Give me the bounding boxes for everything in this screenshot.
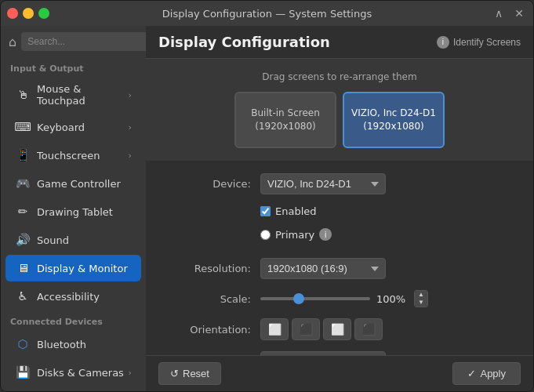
orient-landscape-button[interactable]: ⬜: [260, 318, 289, 340]
sidebar-item-disks[interactable]: 💾 Disks & Cameras ›: [5, 359, 141, 386]
arrow-icon: ›: [129, 90, 132, 100]
bluetooth-icon: ⬡: [15, 336, 31, 352]
resolution-control: 1920x1080 (16:9) 1280x720 (16:9): [260, 258, 386, 279]
identify-screens-label: Identify Screens: [453, 37, 521, 48]
device-control: VIZIO, Inc D24-D1 Built-in Screen: [260, 173, 386, 194]
sidebar-item-label-bluetooth: Bluetooth: [37, 339, 132, 350]
device-label: Device:: [165, 178, 251, 190]
settings-form: Device: VIZIO, Inc D24-D1 Built-in Scree…: [146, 161, 533, 355]
sidebar-item-sound[interactable]: 🔊 Sound: [5, 227, 141, 253]
device-row: Device: VIZIO, Inc D24-D1 Built-in Scree…: [165, 173, 514, 194]
apply-button[interactable]: ✓ Apply: [452, 362, 521, 385]
enabled-primary-row: Enabled Primary i: [165, 205, 514, 247]
scale-slider[interactable]: [260, 297, 370, 300]
mouse-icon: 🖱: [15, 87, 31, 103]
sidebar-item-bluetooth[interactable]: ⬡ Bluetooth: [5, 331, 141, 358]
arrow-icon: ›: [129, 368, 132, 378]
checkmark-icon: ✓: [467, 368, 476, 379]
scale-up-button[interactable]: ▲: [415, 291, 427, 299]
disks-icon: 💾: [15, 365, 31, 380]
orient-landscape-flipped-button[interactable]: ⬜: [323, 318, 351, 340]
chevron-up-icon[interactable]: ∧: [491, 5, 507, 21]
reset-button[interactable]: ↺ Reset: [158, 362, 221, 385]
sidebar-item-label-touchscreen: Touchscreen: [37, 150, 129, 162]
screen-vizio-resolution: (1920x1080): [363, 120, 424, 133]
sidebar-item-label-gamecontroller: Game Controller: [37, 178, 132, 190]
sound-icon: 🔊: [15, 232, 31, 248]
sidebar-item-label-display: Display & Monitor: [37, 263, 132, 274]
drawingtablet-icon: ✏: [15, 204, 31, 220]
resolution-select[interactable]: 1920x1080 (16:9) 1280x720 (16:9): [260, 258, 386, 279]
search-input[interactable]: [21, 32, 146, 51]
titlebar: Display Configuration — System Settings …: [1, 1, 533, 26]
accessibility-icon: ♿: [15, 289, 31, 304]
titlebar-right: ∧ ✕: [491, 5, 527, 21]
content-area: Display Configuration i Identify Screens…: [146, 26, 533, 391]
sidebar-item-label-disks: Disks & Cameras: [37, 367, 129, 379]
scale-spinner: ▲ ▼: [414, 290, 428, 307]
screen-vizio[interactable]: VIZIO, Inc D24-D1 (1920x1080): [343, 92, 445, 148]
screen-vizio-label: VIZIO, Inc D24-D1: [351, 107, 436, 120]
screen-builtin-resolution: (1920x1080): [255, 120, 316, 133]
screen-arrange-area: Drag screens to re-arrange them Built-in…: [146, 59, 533, 161]
close-button[interactable]: [7, 8, 18, 19]
scale-control: 100% ▲ ▼: [260, 290, 428, 307]
sidebar-item-label-accessibility: Accessibility: [37, 291, 132, 303]
reset-icon: ↺: [170, 368, 179, 379]
gamecontroller-icon: 🎮: [15, 176, 31, 191]
enabled-checkbox[interactable]: [260, 206, 271, 216]
scale-down-button[interactable]: ▼: [415, 299, 427, 307]
primary-row: Primary i: [260, 228, 332, 241]
sidebar-item-label-mouse: Mouse & Touchpad: [37, 83, 129, 107]
sidebar-item-mouse[interactable]: 🖱 Mouse & Touchpad ›: [5, 78, 141, 112]
arrow-icon: ›: [129, 122, 132, 132]
orientation-control: ⬜ ⬛ ⬜ ⬛: [260, 318, 383, 340]
orient-portrait-button[interactable]: ⬛: [292, 318, 320, 340]
minimize-button[interactable]: [23, 8, 34, 19]
keyboard-icon: ⌨: [15, 119, 31, 135]
sidebar-item-accessibility[interactable]: ♿ Accessibility: [5, 283, 141, 310]
display-icon: 🖥: [15, 260, 31, 276]
footer: ↺ Reset ✓ Apply: [146, 355, 533, 391]
sidebar: ⌂ ☰ Input & Output 🖱 Mouse & Touchpad › …: [1, 26, 146, 391]
content-header: Display Configuration i Identify Screens: [146, 26, 533, 59]
drag-hint: Drag screens to re-arrange them: [158, 71, 521, 82]
arrow-icon: ›: [129, 151, 132, 161]
primary-label: Primary: [275, 229, 314, 241]
sidebar-item-gamecontroller[interactable]: 🎮 Game Controller: [5, 170, 141, 197]
sidebar-item-label-drawingtablet: Drawing Tablet: [37, 206, 132, 218]
primary-info-icon[interactable]: i: [319, 228, 332, 241]
sidebar-item-keyboard[interactable]: ⌨ Keyboard ›: [5, 114, 141, 140]
resolution-row: Resolution: 1920x1080 (16:9) 1280x720 (1…: [165, 258, 514, 279]
home-icon[interactable]: ⌂: [9, 34, 16, 49]
sidebar-item-label-keyboard: Keyboard: [37, 122, 129, 133]
titlebar-controls: [7, 8, 49, 19]
info-icon: i: [437, 36, 449, 49]
reset-label: Reset: [183, 368, 209, 379]
page-title: Display Configuration: [158, 34, 330, 50]
scale-value: 100%: [376, 293, 408, 305]
sidebar-item-thunderbolt[interactable]: ⚡ Thunderbolt: [5, 387, 141, 391]
main-body: ⌂ ☰ Input & Output 🖱 Mouse & Touchpad › …: [1, 26, 533, 391]
resolution-label: Resolution:: [165, 263, 251, 274]
apply-label: Apply: [480, 368, 506, 379]
orientation-buttons: ⬜ ⬛ ⬜ ⬛: [260, 318, 383, 340]
sidebar-item-drawingtablet[interactable]: ✏ Drawing Tablet: [5, 198, 141, 225]
sidebar-item-touchscreen[interactable]: 📱 Touchscreen ›: [5, 142, 141, 169]
device-select[interactable]: VIZIO, Inc D24-D1 Built-in Screen: [260, 173, 386, 194]
orientation-row: Orientation: ⬜ ⬛ ⬜ ⬛: [165, 318, 514, 340]
window-menu-icon[interactable]: ✕: [511, 5, 527, 21]
sidebar-item-display[interactable]: 🖥 Display & Monitor: [5, 255, 141, 281]
window-title: Display Configuration — System Settings: [162, 8, 372, 20]
orient-portrait-flipped-button[interactable]: ⬛: [354, 318, 383, 340]
identify-screens-button[interactable]: i Identify Screens: [437, 36, 521, 49]
primary-radio[interactable]: [260, 230, 271, 240]
screen-builtin[interactable]: Built-in Screen (1920x1080): [234, 92, 336, 148]
enabled-label: Enabled: [275, 205, 317, 217]
orientation-label: Orientation:: [165, 324, 251, 336]
screens-row: Built-in Screen (1920x1080) VIZIO, Inc D…: [158, 92, 521, 148]
scale-row: Scale: 100% ▲ ▼: [165, 290, 514, 307]
section-connected-devices: Connected Devices: [1, 310, 146, 330]
sidebar-item-label-sound: Sound: [37, 234, 132, 246]
maximize-button[interactable]: [38, 8, 49, 19]
